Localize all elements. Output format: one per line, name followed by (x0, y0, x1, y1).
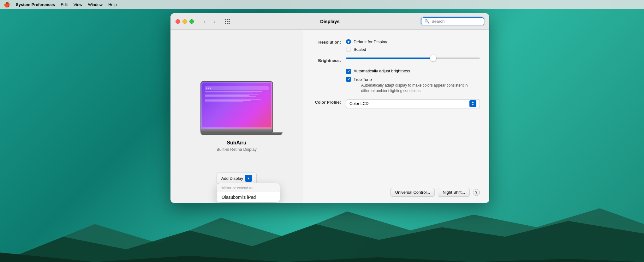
window-body: SubAiru Built-in Retina Display Add Disp… (170, 30, 489, 203)
apple-menu[interactable]: 🍎 (4, 2, 10, 8)
resolution-scaled-label: Scaled (354, 47, 366, 52)
laptop-screen (200, 81, 273, 129)
brightness-slider-track[interactable] (346, 58, 480, 59)
search-icon: 🔍 (425, 19, 430, 24)
auto-brightness-label: Automatically adjust brightness (354, 69, 410, 73)
bottom-buttons: Universal Control... Night Shift... ? (313, 188, 480, 197)
nav-buttons: ‹ › (200, 17, 219, 26)
menubar-edit[interactable]: Edit (61, 2, 68, 7)
color-profile-select-row: Color LCD ▲ ▼ (346, 99, 480, 108)
laptop-container: SubAiru Built-in Retina Display (200, 81, 273, 152)
search-input[interactable] (432, 19, 481, 24)
display-subtitle: Built-in Retina Display (217, 147, 257, 152)
displays-window: ‹ › Displays 🔍 (170, 13, 489, 203)
color-profile-label: Color Profile: (313, 99, 341, 105)
traffic-lights (176, 19, 194, 24)
dropdown-item-ipad[interactable]: Olasubomi's iPad (217, 192, 280, 202)
add-display-container: Add Display ▾ Mirror or extend to Olasub… (217, 173, 257, 184)
laptop-illustration (200, 81, 273, 135)
minimize-button[interactable] (182, 19, 187, 24)
grid-button[interactable] (223, 17, 232, 26)
help-button[interactable]: ? (473, 189, 480, 196)
brightness-slider-row (346, 58, 480, 59)
auto-brightness-row: ✓ Automatically adjust brightness ✓ True… (313, 69, 480, 94)
color-profile-content: Color LCD ▲ ▼ (346, 99, 480, 108)
brightness-content (346, 58, 480, 59)
menubar: 🍎 System Preferences Edit View Window He… (0, 0, 644, 9)
back-button[interactable]: ‹ (200, 17, 209, 26)
resolution-default-option[interactable]: Default for Display (346, 39, 480, 44)
maximize-button[interactable] (189, 19, 194, 24)
right-panel: Resolution: Default for Display Scaled B… (303, 30, 489, 203)
left-panel: SubAiru Built-in Retina Display Add Disp… (170, 30, 303, 203)
checkboxes-content: ✓ Automatically adjust brightness ✓ True… (346, 69, 480, 94)
desktop-mountains (0, 199, 644, 262)
display-name: SubAiru (227, 140, 246, 146)
auto-brightness-spacer (313, 69, 341, 69)
search-bar[interactable]: 🔍 (421, 17, 484, 25)
add-display-label: Add Display (221, 176, 243, 181)
add-display-chevron-icon: ▾ (245, 175, 252, 182)
true-tone-checkmark-icon: ✓ (347, 77, 350, 82)
brightness-label: Brightness: (313, 58, 341, 63)
resolution-scaled-option[interactable]: Scaled (346, 47, 480, 52)
true-tone-label: True Tone (354, 77, 372, 82)
true-tone-checkbox[interactable]: ✓ (346, 77, 351, 82)
down-arrow-icon: ▼ (472, 104, 474, 106)
up-arrow-icon: ▲ (472, 101, 474, 103)
menubar-view[interactable]: View (74, 2, 82, 7)
menubar-window[interactable]: Window (88, 2, 103, 7)
resolution-label: Resolution: (313, 39, 341, 45)
laptop-base (200, 129, 273, 132)
laptop-bottom (200, 132, 283, 135)
color-profile-value: Color LCD (349, 101, 369, 106)
night-shift-button[interactable]: Night Shift... (438, 188, 470, 197)
forward-button[interactable]: › (210, 17, 219, 26)
true-tone-content: True Tone Automatically adapt display to… (354, 76, 480, 94)
checkmark-icon: ✓ (347, 70, 350, 74)
close-button[interactable] (176, 19, 180, 24)
resolution-options: Default for Display Scaled (346, 39, 480, 52)
window-title: Displays (320, 19, 340, 24)
true-tone-checkbox-row[interactable]: ✓ True Tone Automatically adapt display … (346, 76, 480, 94)
color-profile-dropdown[interactable]: Color LCD ▲ ▼ (346, 99, 480, 108)
menubar-system-preferences[interactable]: System Preferences (16, 2, 55, 7)
dropdown-header: Mirror or extend to (217, 183, 280, 192)
add-display-button[interactable]: Add Display ▾ (217, 173, 257, 184)
brightness-row: Brightness: (313, 58, 480, 63)
auto-brightness-checkbox-row[interactable]: ✓ Automatically adjust brightness (346, 69, 480, 74)
resolution-default-radio[interactable] (346, 39, 351, 44)
resolution-row: Resolution: Default for Display Scaled (313, 39, 480, 52)
color-profile-row: Color Profile: Color LCD ▲ ▼ (313, 99, 480, 108)
menubar-help[interactable]: Help (108, 2, 117, 7)
auto-brightness-checkbox[interactable]: ✓ (346, 69, 351, 74)
resolution-default-label: Default for Display (354, 40, 387, 44)
resolution-scaled-radio[interactable] (346, 47, 351, 52)
titlebar: ‹ › Displays 🔍 (170, 13, 489, 30)
add-display-dropdown: Mirror or extend to Olasubomi's iPad (217, 183, 280, 202)
universal-control-button[interactable]: Universal Control... (391, 188, 435, 197)
true-tone-description: Automatically adapt display to make colo… (361, 83, 480, 94)
select-arrows-icon: ▲ ▼ (469, 100, 476, 107)
brightness-slider-thumb[interactable] (430, 55, 436, 61)
